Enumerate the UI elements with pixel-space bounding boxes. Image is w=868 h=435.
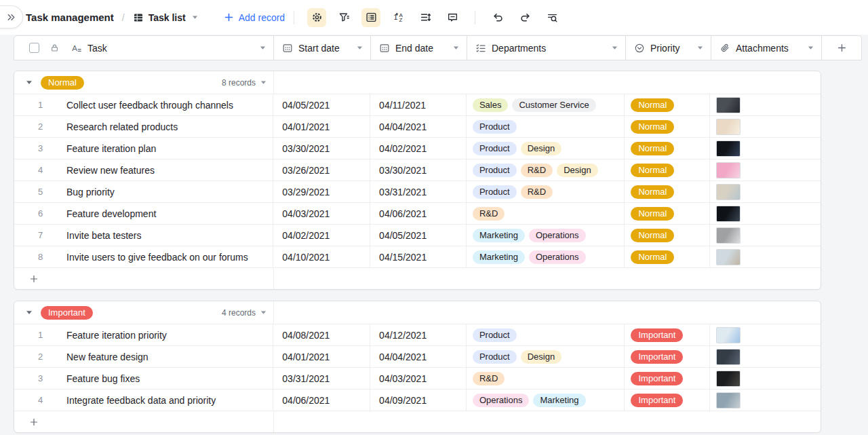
attachment-thumbnail[interactable]: [716, 97, 741, 113]
priority-cell[interactable]: Normal: [625, 94, 710, 115]
start-date-cell[interactable]: 04/01/2021: [273, 116, 370, 137]
task-cell[interactable]: 7 Invite beta testers: [14, 225, 273, 246]
attachments-cell[interactable]: [710, 159, 821, 181]
table-row[interactable]: 2 New feature design 04/01/2021 04/04/20…: [14, 345, 821, 367]
table-row[interactable]: 1 Feature iteration priority 04/08/2021 …: [14, 324, 821, 345]
end-date-cell[interactable]: 04/15/2021: [370, 246, 467, 267]
attachments-cell[interactable]: [710, 246, 821, 267]
select-all-checkbox[interactable]: [29, 43, 39, 53]
attachment-thumbnail[interactable]: [716, 162, 741, 178]
end-date-cell[interactable]: 04/12/2021: [370, 324, 467, 345]
start-date-cell[interactable]: 04/01/2021: [273, 346, 370, 367]
sort-button[interactable]: 1AZ: [389, 8, 408, 27]
end-date-cell[interactable]: 04/02/2021: [370, 138, 467, 159]
chevron-down-icon[interactable]: [697, 45, 703, 50]
attachments-cell[interactable]: [710, 181, 821, 202]
chevron-down-icon[interactable]: [260, 45, 266, 50]
attachments-cell[interactable]: [710, 225, 821, 246]
departments-cell[interactable]: OperationsMarketing: [467, 390, 625, 411]
table-row[interactable]: 5 Bug priority 03/29/2021 03/31/2021 Pro…: [14, 181, 821, 202]
comment-button[interactable]: [443, 8, 462, 27]
collapse-group-icon[interactable]: [26, 80, 33, 85]
departments-cell[interactable]: ProductR&D: [467, 181, 625, 202]
task-cell[interactable]: 2 New feature design: [14, 346, 273, 367]
end-date-cell[interactable]: 04/03/2021: [370, 368, 467, 389]
table-row[interactable]: 3 Feature bug fixes 03/31/2021 04/03/202…: [14, 367, 821, 389]
priority-cell[interactable]: Important: [625, 346, 710, 367]
departments-cell[interactable]: R&D: [467, 368, 625, 389]
search-in-view-button[interactable]: [542, 8, 561, 27]
task-cell[interactable]: 2 Research related products: [14, 116, 273, 137]
end-date-cell[interactable]: 04/06/2021: [370, 203, 467, 224]
group-by-button[interactable]: [361, 8, 380, 27]
attachment-thumbnail[interactable]: [716, 119, 741, 135]
filter-button[interactable]: [334, 8, 353, 27]
priority-cell[interactable]: Important: [625, 390, 710, 411]
priority-cell[interactable]: Normal: [625, 138, 710, 159]
start-date-cell[interactable]: 04/03/2021: [273, 203, 370, 224]
priority-cell[interactable]: Normal: [625, 225, 710, 246]
add-record-button[interactable]: Add record: [224, 12, 285, 23]
priority-cell[interactable]: Normal: [625, 159, 710, 181]
attachments-cell[interactable]: [710, 138, 821, 159]
task-cell[interactable]: 6 Feature development: [14, 203, 273, 224]
priority-cell[interactable]: Important: [625, 324, 710, 345]
table-row[interactable]: 6 Feature development 04/03/2021 04/06/2…: [14, 202, 821, 224]
attachment-thumbnail[interactable]: [716, 227, 741, 244]
task-cell[interactable]: 5 Bug priority: [14, 181, 273, 202]
attachment-thumbnail[interactable]: [716, 249, 741, 265]
table-row[interactable]: 3 Feature iteration plan 03/30/2021 04/0…: [14, 137, 821, 159]
attachments-cell[interactable]: [710, 203, 821, 224]
departments-cell[interactable]: ProductR&DDesign: [467, 159, 625, 181]
redo-button[interactable]: [515, 8, 534, 27]
column-header-task[interactable]: A Task: [14, 36, 274, 60]
departments-cell[interactable]: Product: [467, 116, 625, 137]
departments-cell[interactable]: ProductDesign: [467, 138, 625, 159]
chevron-down-icon[interactable]: [453, 45, 459, 50]
task-cell[interactable]: 4 Integrate feedback data and priority: [14, 390, 273, 411]
start-date-cell[interactable]: 03/30/2021: [273, 138, 370, 159]
start-date-cell[interactable]: 03/26/2021: [273, 159, 370, 181]
attachments-cell[interactable]: [710, 368, 821, 389]
attachments-cell[interactable]: [710, 324, 821, 345]
column-header-start-date[interactable]: Start date: [274, 36, 371, 60]
end-date-cell[interactable]: 04/04/2021: [370, 346, 467, 367]
attachments-cell[interactable]: [710, 94, 821, 115]
end-date-cell[interactable]: 04/04/2021: [370, 116, 467, 137]
departments-cell[interactable]: ProductDesign: [467, 346, 625, 367]
column-header-priority[interactable]: Priority: [626, 36, 711, 60]
departments-cell[interactable]: Product: [467, 324, 625, 345]
expand-sidebar-button[interactable]: [0, 5, 23, 29]
priority-cell[interactable]: Normal: [625, 116, 710, 137]
task-cell[interactable]: 1 Feature iteration priority: [14, 324, 273, 345]
priority-cell[interactable]: Important: [625, 368, 710, 389]
table-row[interactable]: 4 Review new features 03/26/2021 03/30/2…: [14, 159, 821, 181]
priority-cell[interactable]: Normal: [625, 203, 710, 224]
task-cell[interactable]: 4 Review new features: [14, 159, 273, 181]
start-date-cell[interactable]: 04/08/2021: [273, 324, 370, 345]
chevron-down-icon[interactable]: [808, 45, 814, 50]
column-header-end-date[interactable]: End date: [371, 36, 467, 60]
attachments-cell[interactable]: [710, 346, 821, 367]
task-cell[interactable]: 1 Collect user feedback through channels: [14, 94, 273, 115]
table-row[interactable]: 2 Research related products 04/01/2021 0…: [14, 115, 821, 137]
start-date-cell[interactable]: 04/05/2021: [273, 94, 370, 115]
attachments-cell[interactable]: [710, 116, 821, 137]
chevron-down-icon[interactable]: [260, 80, 267, 85]
settings-button[interactable]: [307, 8, 326, 27]
collapse-group-icon[interactable]: [26, 310, 33, 315]
attachment-thumbnail[interactable]: [716, 140, 741, 157]
attachment-thumbnail[interactable]: [716, 349, 741, 365]
priority-cell[interactable]: Normal: [625, 181, 710, 202]
attachment-thumbnail[interactable]: [716, 392, 741, 409]
add-column-button[interactable]: [822, 36, 861, 60]
start-date-cell[interactable]: 04/10/2021: [273, 246, 370, 267]
end-date-cell[interactable]: 04/11/2021: [370, 94, 467, 115]
end-date-cell[interactable]: 04/09/2021: [370, 390, 467, 411]
start-date-cell[interactable]: 04/06/2021: [273, 390, 370, 411]
chevron-down-icon[interactable]: [612, 45, 618, 50]
attachment-thumbnail[interactable]: [716, 206, 741, 222]
chevron-down-icon[interactable]: [357, 45, 363, 50]
attachment-thumbnail[interactable]: [716, 371, 741, 387]
attachment-thumbnail[interactable]: [716, 184, 741, 200]
